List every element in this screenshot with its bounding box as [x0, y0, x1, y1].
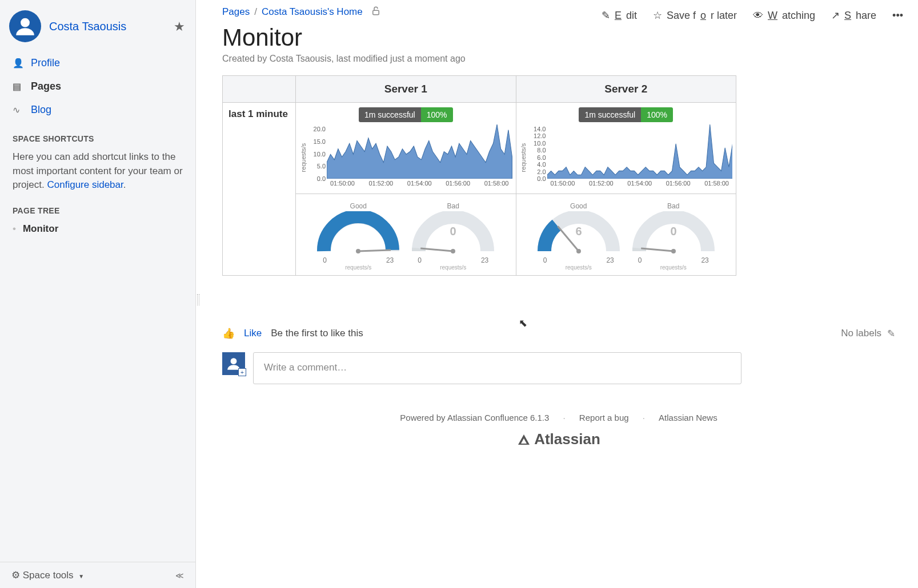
gauge-cell-1: Good 22 023 requests/s Bad 0 023 request…	[296, 194, 516, 276]
svg-point-0	[21, 18, 30, 27]
be-first-text: Be the first to like this	[271, 328, 363, 339]
space-tools-button[interactable]: ⚙ Space tools ▼	[11, 569, 84, 581]
sidebar-footer: ⚙ Space tools ▼ ≪	[0, 562, 195, 588]
svg-point-6	[451, 249, 455, 253]
area-chart: requests/s 14.012.010.08.06.04.02.00.0 0…	[520, 124, 733, 190]
page-footer-bar: 👍 Like Be the first to like this No labe…	[199, 276, 918, 340]
atlassian-logo[interactable]: Atlassian	[199, 430, 918, 448]
sidebar-item-blog[interactable]: ∿Blog	[0, 98, 195, 122]
chart-cell-1: 1m successful100% requests/s 20.015.010.…	[296, 103, 516, 194]
svg-line-2	[358, 250, 391, 251]
no-labels-text: No labels	[841, 328, 881, 339]
sidebar-item-profile[interactable]: 👤Profile	[0, 51, 195, 75]
gauge-bad: Bad 0 023 requests/s	[407, 202, 499, 271]
status-badge: 1m successful100%	[359, 107, 453, 122]
person-icon: 👤	[13, 58, 25, 69]
main: Pages / Costa Tsaousis's Home ✎ Edit ☆ S…	[199, 0, 918, 588]
watching-button[interactable]: 👁 Watching	[753, 10, 815, 22]
unlock-icon[interactable]	[371, 6, 381, 18]
sidebar-header: Costa Tsaousis ★	[0, 0, 195, 48]
page-tree: Monitor	[0, 220, 195, 238]
svg-text:22: 22	[352, 225, 364, 237]
comment-avatar[interactable]	[222, 352, 245, 375]
collapse-sidebar-icon[interactable]: ≪	[175, 571, 184, 580]
gauge-good: Good 6 023 requests/s	[533, 202, 624, 271]
comment-input[interactable]: Write a comment…	[253, 352, 741, 384]
svg-point-3	[356, 249, 360, 253]
pages-icon: ▤	[13, 81, 25, 92]
row-label: last 1 minute	[223, 103, 296, 276]
thumbs-up-icon[interactable]: 👍	[222, 327, 235, 340]
sidebar-shortcuts-text: Here you can add shortcut links to the m…	[0, 148, 195, 202]
status-badge: 1m successful100%	[579, 107, 673, 122]
page-actions: ✎ Edit ☆ Save for later 👁 Watching ↗ Sha…	[602, 9, 903, 22]
more-actions-button[interactable]: •••	[892, 10, 903, 22]
sidebar-shortcuts-title: SPACE SHORTCUTS	[0, 130, 195, 148]
chart-cell-2: 1m successful100% requests/s 14.012.010.…	[516, 103, 736, 194]
footer-news[interactable]: Atlassian News	[659, 413, 717, 422]
col-server-1: Server 1	[296, 76, 516, 103]
rss-icon: ∿	[13, 104, 25, 115]
edit-labels-icon[interactable]: ✎	[887, 328, 895, 340]
sidebar: Costa Tsaousis ★ 👤Profile▤Pages∿Blog SPA…	[0, 0, 196, 588]
sidebar-resizer[interactable]	[196, 0, 199, 588]
comment-row: Write a comment…	[199, 340, 918, 384]
page-content: Server 1 Server 2 last 1 minute 1m succe…	[199, 75, 918, 276]
space-name-link[interactable]: Costa Tsaousis	[49, 20, 126, 33]
svg-text:0: 0	[450, 225, 456, 237]
space-avatar[interactable]	[9, 10, 41, 42]
sidebar-tree-title: PAGE TREE	[0, 202, 195, 220]
svg-rect-1	[372, 10, 379, 15]
configure-sidebar-link[interactable]: Configure sidebar	[47, 179, 123, 190]
edit-button[interactable]: ✎ Edit	[602, 9, 637, 22]
tree-item[interactable]: Monitor	[13, 220, 183, 238]
sidebar-item-label: Blog	[31, 104, 51, 116]
footer-bug[interactable]: Report a bug	[579, 413, 629, 422]
svg-point-9	[576, 249, 581, 253]
table-corner	[223, 76, 296, 103]
sidebar-item-label: Profile	[31, 57, 60, 69]
gauge-bad: Bad 0 023 requests/s	[628, 202, 719, 271]
labels-area: No labels ✎	[841, 328, 895, 340]
page-byline: Created by Costa Tsaousis, last modified…	[222, 54, 895, 75]
like-area: 👍 Like Be the first to like this	[222, 327, 363, 340]
save-for-later-button[interactable]: ☆ Save for later	[653, 9, 737, 22]
monitor-table: Server 1 Server 2 last 1 minute 1m succe…	[222, 75, 736, 276]
sidebar-nav: 👤Profile▤Pages∿Blog	[0, 48, 195, 130]
star-icon[interactable]: ★	[174, 19, 185, 34]
footer-powered[interactable]: Powered by Atlassian Confluence 6.1.3	[400, 413, 549, 422]
gauge-good: Good 22 023 requests/s	[312, 202, 404, 271]
like-link[interactable]: Like	[244, 328, 262, 339]
share-button[interactable]: ↗ Share	[831, 9, 876, 22]
atlassian-icon	[517, 433, 531, 446]
page-header: Pages / Costa Tsaousis's Home ✎ Edit ☆ S…	[199, 0, 918, 75]
svg-point-14	[231, 358, 237, 364]
svg-text:6: 6	[575, 225, 582, 237]
breadcrumb-root[interactable]: Pages	[222, 6, 250, 18]
svg-point-12	[671, 249, 676, 253]
area-chart: requests/s 20.015.010.05.00.0 01:50:0001…	[299, 124, 512, 190]
person-icon	[14, 15, 36, 37]
sidebar-item-label: Pages	[31, 80, 61, 92]
col-server-2: Server 2	[516, 76, 736, 103]
global-footer: Powered by Atlassian Confluence 6.1.3 · …	[199, 413, 918, 448]
gauge-cell-2: Good 6 023 requests/s Bad 0 023 requests…	[516, 194, 736, 276]
page-title: Monitor	[222, 24, 895, 51]
svg-text:0: 0	[670, 225, 676, 237]
sidebar-item-pages[interactable]: ▤Pages	[0, 75, 195, 98]
person-icon	[226, 356, 241, 371]
breadcrumb-page[interactable]: Costa Tsaousis's Home	[262, 6, 363, 18]
